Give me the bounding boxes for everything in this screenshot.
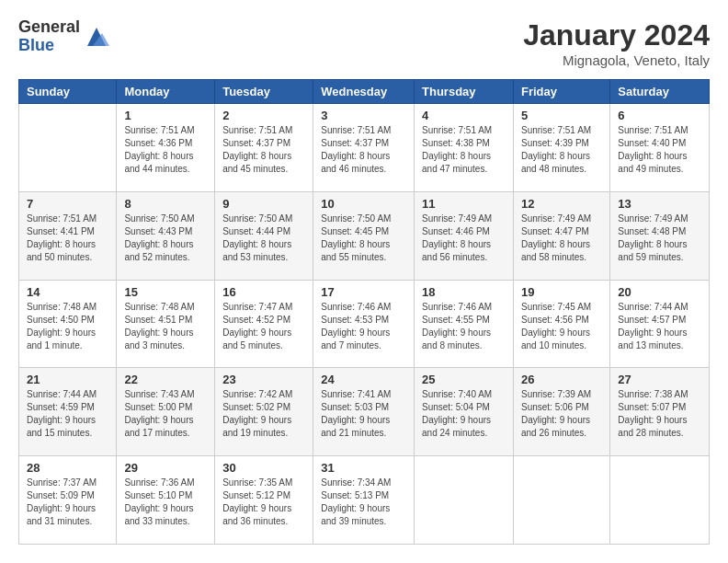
day-info: Sunrise: 7:49 AMSunset: 4:48 PMDaylight:… (618, 213, 701, 264)
day-info: Sunrise: 7:39 AMSunset: 5:06 PMDaylight:… (521, 388, 602, 440)
day-info: Sunrise: 7:41 AMSunset: 5:03 PMDaylight:… (321, 388, 406, 440)
table-row: 24Sunrise: 7:41 AMSunset: 5:03 PMDayligh… (313, 368, 415, 456)
table-row (19, 104, 117, 192)
day-number: 24 (321, 373, 406, 386)
day-number: 22 (124, 373, 207, 386)
table-row: 16Sunrise: 7:47 AMSunset: 4:52 PMDayligh… (215, 280, 313, 368)
logo-text: General Blue (18, 18, 80, 55)
table-row: 3Sunrise: 7:51 AMSunset: 4:37 PMDaylight… (313, 104, 415, 192)
day-info: Sunrise: 7:36 AMSunset: 5:10 PMDaylight:… (124, 477, 207, 528)
table-row: 10Sunrise: 7:50 AMSunset: 4:45 PMDayligh… (313, 191, 415, 280)
header-wednesday: Wednesday (313, 80, 415, 104)
day-number: 16 (222, 285, 305, 299)
day-info: Sunrise: 7:51 AMSunset: 4:36 PMDaylight:… (124, 124, 207, 176)
day-number: 20 (618, 285, 701, 299)
day-number: 8 (124, 197, 207, 211)
table-row (415, 456, 514, 545)
logo-blue: Blue (18, 37, 80, 55)
day-number: 7 (27, 197, 108, 211)
calendar-week-row: 14Sunrise: 7:48 AMSunset: 4:50 PMDayligh… (19, 280, 710, 368)
table-row: 23Sunrise: 7:42 AMSunset: 5:02 PMDayligh… (215, 368, 313, 456)
day-number: 3 (321, 109, 406, 122)
table-row: 30Sunrise: 7:35 AMSunset: 5:12 PMDayligh… (215, 456, 313, 545)
day-number: 31 (321, 461, 406, 475)
header-friday: Friday (513, 80, 609, 104)
day-number: 19 (521, 285, 602, 299)
day-info: Sunrise: 7:48 AMSunset: 4:50 PMDaylight:… (27, 301, 108, 352)
table-row: 17Sunrise: 7:46 AMSunset: 4:53 PMDayligh… (313, 280, 415, 368)
day-number: 13 (618, 197, 701, 211)
table-row (513, 456, 609, 545)
table-row: 28Sunrise: 7:37 AMSunset: 5:09 PMDayligh… (19, 456, 117, 545)
day-number: 9 (222, 197, 305, 211)
calendar-week-row: 1Sunrise: 7:51 AMSunset: 4:36 PMDaylight… (19, 104, 710, 192)
day-info: Sunrise: 7:47 AMSunset: 4:52 PMDaylight:… (222, 301, 305, 352)
day-number: 21 (27, 373, 108, 386)
header-saturday: Saturday (610, 80, 710, 104)
page: General Blue January 2024 Mignagola, Ven… (0, 0, 728, 563)
day-info: Sunrise: 7:43 AMSunset: 5:00 PMDaylight:… (124, 388, 207, 440)
day-info: Sunrise: 7:37 AMSunset: 5:09 PMDaylight:… (27, 477, 108, 528)
table-row: 27Sunrise: 7:38 AMSunset: 5:07 PMDayligh… (610, 368, 710, 456)
day-info: Sunrise: 7:45 AMSunset: 4:56 PMDaylight:… (521, 301, 602, 352)
table-row: 1Sunrise: 7:51 AMSunset: 4:36 PMDaylight… (117, 104, 215, 192)
table-row: 5Sunrise: 7:51 AMSunset: 4:39 PMDaylight… (513, 104, 609, 192)
day-number: 4 (422, 109, 506, 122)
header: General Blue January 2024 Mignagola, Ven… (18, 18, 710, 68)
day-number: 11 (422, 197, 506, 211)
day-info: Sunrise: 7:50 AMSunset: 4:45 PMDaylight:… (321, 213, 406, 264)
header-tuesday: Tuesday (215, 80, 313, 104)
table-row: 25Sunrise: 7:40 AMSunset: 5:04 PMDayligh… (415, 368, 514, 456)
calendar-title: January 2024 (523, 18, 710, 52)
table-row: 14Sunrise: 7:48 AMSunset: 4:50 PMDayligh… (19, 280, 117, 368)
table-row: 19Sunrise: 7:45 AMSunset: 4:56 PMDayligh… (513, 280, 609, 368)
day-info: Sunrise: 7:50 AMSunset: 4:44 PMDaylight:… (222, 213, 305, 264)
day-info: Sunrise: 7:35 AMSunset: 5:12 PMDaylight:… (222, 477, 305, 528)
table-row: 21Sunrise: 7:44 AMSunset: 4:59 PMDayligh… (19, 368, 117, 456)
day-number: 12 (521, 197, 602, 211)
calendar-week-row: 28Sunrise: 7:37 AMSunset: 5:09 PMDayligh… (19, 456, 710, 545)
table-row: 13Sunrise: 7:49 AMSunset: 4:48 PMDayligh… (610, 191, 710, 280)
day-number: 15 (124, 285, 207, 299)
day-number: 2 (222, 109, 305, 122)
header-sunday: Sunday (19, 80, 117, 104)
day-info: Sunrise: 7:51 AMSunset: 4:37 PMDaylight:… (321, 124, 406, 176)
day-number: 27 (618, 373, 701, 386)
table-row: 12Sunrise: 7:49 AMSunset: 4:47 PMDayligh… (513, 191, 609, 280)
calendar-week-row: 21Sunrise: 7:44 AMSunset: 4:59 PMDayligh… (19, 368, 710, 456)
day-number: 26 (521, 373, 602, 386)
day-number: 28 (27, 461, 108, 475)
table-row: 18Sunrise: 7:46 AMSunset: 4:55 PMDayligh… (415, 280, 514, 368)
table-row: 15Sunrise: 7:48 AMSunset: 4:51 PMDayligh… (117, 280, 215, 368)
calendar-week-row: 7Sunrise: 7:51 AMSunset: 4:41 PMDaylight… (19, 191, 710, 280)
day-info: Sunrise: 7:51 AMSunset: 4:39 PMDaylight:… (521, 124, 602, 176)
table-row: 22Sunrise: 7:43 AMSunset: 5:00 PMDayligh… (117, 368, 215, 456)
day-info: Sunrise: 7:50 AMSunset: 4:43 PMDaylight:… (124, 213, 207, 264)
table-row (610, 456, 710, 545)
table-row: 4Sunrise: 7:51 AMSunset: 4:38 PMDaylight… (415, 104, 514, 192)
table-row: 8Sunrise: 7:50 AMSunset: 4:43 PMDaylight… (117, 191, 215, 280)
table-row: 7Sunrise: 7:51 AMSunset: 4:41 PMDaylight… (19, 191, 117, 280)
day-number: 30 (222, 461, 305, 475)
day-number: 10 (321, 197, 406, 211)
table-row: 2Sunrise: 7:51 AMSunset: 4:37 PMDaylight… (215, 104, 313, 192)
day-info: Sunrise: 7:44 AMSunset: 4:59 PMDaylight:… (27, 388, 108, 440)
day-info: Sunrise: 7:46 AMSunset: 4:53 PMDaylight:… (321, 301, 406, 352)
day-number: 23 (222, 373, 305, 386)
day-number: 29 (124, 461, 207, 475)
day-info: Sunrise: 7:51 AMSunset: 4:40 PMDaylight:… (618, 124, 701, 176)
day-number: 17 (321, 285, 406, 299)
day-number: 18 (422, 285, 506, 299)
calendar-table: Sunday Monday Tuesday Wednesday Thursday… (18, 79, 710, 545)
logo-icon (84, 24, 109, 50)
header-thursday: Thursday (415, 80, 514, 104)
day-info: Sunrise: 7:51 AMSunset: 4:41 PMDaylight:… (27, 213, 108, 264)
day-number: 25 (422, 373, 506, 386)
day-info: Sunrise: 7:51 AMSunset: 4:37 PMDaylight:… (222, 124, 305, 176)
day-number: 1 (124, 109, 207, 122)
day-info: Sunrise: 7:34 AMSunset: 5:13 PMDaylight:… (321, 477, 406, 528)
table-row: 9Sunrise: 7:50 AMSunset: 4:44 PMDaylight… (215, 191, 313, 280)
day-info: Sunrise: 7:44 AMSunset: 4:57 PMDaylight:… (618, 301, 701, 352)
day-number: 6 (618, 109, 701, 122)
header-monday: Monday (117, 80, 215, 104)
